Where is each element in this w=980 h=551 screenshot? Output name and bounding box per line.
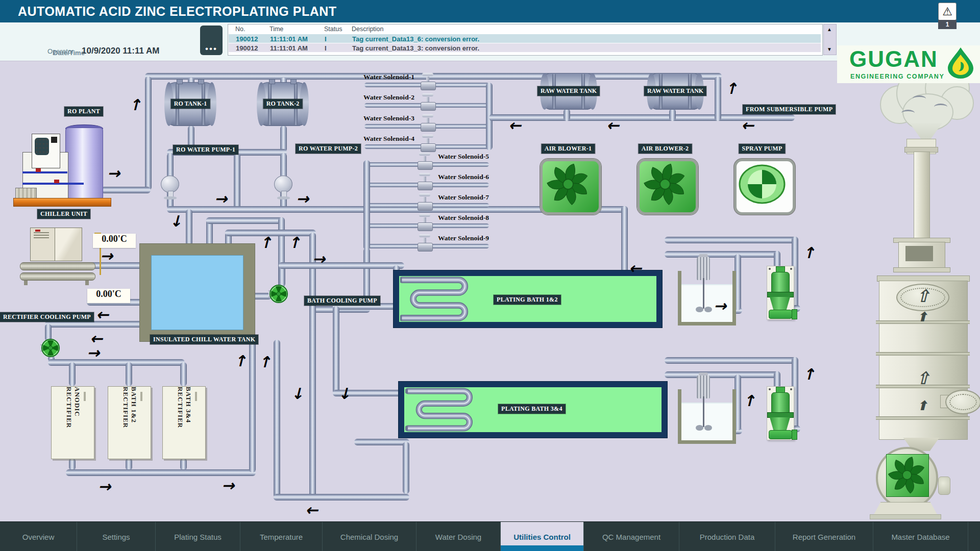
solenoid-label: Water Solenoid-4: [363, 135, 414, 143]
raw-water-tank-1: RAW WATER TANK: [541, 73, 596, 110]
flow-arrow-up-icon: [802, 367, 815, 382]
company-logo: GUGAN ENGINEERING COMPANY: [837, 45, 980, 83]
logo-text: GUGAN: [849, 46, 938, 72]
ro-water-pump-2-icon[interactable]: [274, 176, 293, 199]
equipment-label: BATH 3&4 RECTIFIER: [163, 387, 205, 459]
flow-arrow-left-icon: [629, 261, 642, 276]
rectifier-cooling-pump-icon[interactable]: [40, 338, 61, 360]
tab-production-data[interactable]: Production Data: [679, 522, 775, 551]
menu-ellipsis-button[interactable]: •••: [200, 26, 223, 55]
submersible-pump-2-icon[interactable]: [767, 386, 794, 440]
solenoid-valve-icon[interactable]: [418, 213, 433, 231]
col-description: Description: [352, 26, 384, 33]
fan-motor: [938, 477, 950, 495]
solenoid-label: Water Solenoid-5: [438, 153, 489, 161]
hmi-screen: AUTOMATIC ACID ZINC ELECTROPLATING PLANT…: [0, 0, 980, 551]
submersible-pump-1-icon[interactable]: [767, 266, 794, 320]
page-title: AUTOMATIC ACID ZINC ELECTROPLATING PLANT: [18, 4, 337, 19]
solenoid-valve-icon[interactable]: [421, 134, 436, 152]
spray-pump-icon[interactable]: [734, 159, 795, 215]
tab-master-database[interactable]: Master Database: [873, 522, 968, 551]
logo-subtitle: ENGINEERING COMPANY: [850, 73, 944, 80]
solenoid-label: Water Solenoid-2: [363, 93, 414, 102]
equipment-label: BATH COOLING PUMP: [304, 296, 380, 306]
flow-arrow-down-icon: [169, 214, 182, 229]
tank-liquid: [681, 403, 732, 440]
alarm-row[interactable]: 190012 11:11:01 AM I Tag current_Data13_…: [229, 34, 821, 43]
datetime-label: Date/Time: [53, 49, 85, 57]
tab-water-dosing[interactable]: Water Dosing: [416, 522, 501, 551]
scrubber-fan-icon[interactable]: [886, 454, 929, 497]
equipment-label: RAW WATER TANK: [644, 86, 706, 96]
flow-arrow-up-icon: [129, 97, 141, 113]
alarm-warning-icon[interactable]: ⚠: [938, 3, 957, 20]
flow-arrow-left-icon: [508, 118, 521, 133]
equipment-label: AIR BLOWER-2: [639, 144, 692, 154]
equipment-label: RO WATER PUMP-1: [173, 145, 238, 155]
tab-utilities-control[interactable]: Utilities Control: [501, 522, 584, 551]
flow-arrow-up-icon: [916, 369, 930, 387]
scroll-down-icon[interactable]: ▼: [824, 45, 835, 54]
solenoid-valve-icon[interactable]: [418, 152, 433, 170]
equipment-label: RAW WATER TANK: [537, 86, 600, 96]
smoke-wisp-icon: [913, 95, 926, 102]
bath-cooling-pump-icon[interactable]: [268, 284, 289, 306]
pipe: [715, 77, 721, 121]
solenoid-valve-icon[interactable]: [418, 233, 433, 252]
tab-chemical-dosing[interactable]: Chemical Dosing: [323, 522, 416, 551]
smoke-wisp-icon: [934, 104, 947, 110]
col-status: Status: [324, 26, 342, 33]
flow-arrow-up-icon: [234, 354, 247, 369]
solenoid-label: Water Solenoid-7: [438, 193, 489, 202]
equipment-label: ANODIC RECTIFIER: [52, 387, 94, 459]
pipe: [279, 262, 404, 269]
tab-qc-management[interactable]: QC Management: [584, 522, 679, 551]
flow-arrow-right-icon: [107, 166, 120, 181]
air-blower-2-fan-icon[interactable]: [637, 159, 698, 215]
solenoid-valve-icon[interactable]: [421, 72, 436, 90]
pipe: [621, 206, 628, 273]
tab-temperature[interactable]: Temperature: [240, 522, 323, 551]
pedestal-base: [870, 514, 941, 519]
solenoid-valve-icon[interactable]: [421, 92, 436, 111]
pipe: [333, 306, 339, 394]
alarm-table-header: No. Time Status Description: [228, 24, 822, 34]
alarm-no: 190012: [236, 44, 258, 52]
flow-arrow-left-icon: [606, 118, 619, 133]
scroll-up-icon[interactable]: ▲: [824, 26, 835, 34]
equipment-label: RO TANK-2: [263, 99, 303, 109]
tab-plating-status[interactable]: Plating Status: [156, 522, 240, 551]
agitator-tank-1: [678, 271, 736, 325]
flow-arrow-up-icon: [258, 355, 271, 370]
tab-report-generation[interactable]: Report Generation: [775, 522, 873, 551]
ro-tank-1: RO TANK-1: [165, 82, 215, 126]
tab-overview[interactable]: Overview: [0, 522, 77, 551]
solenoid-valve-icon[interactable]: [421, 113, 436, 132]
pipe: [274, 340, 280, 500]
alarm-row[interactable]: 190012 11:11:01 AM I Tag current_Data13_…: [229, 43, 821, 52]
air-blower-1-fan-icon[interactable]: [540, 159, 601, 215]
ro-water-pump-1-icon[interactable]: [161, 176, 180, 199]
equipment-label: SPRAY PUMP: [739, 144, 785, 154]
side-inlet-flange: [945, 390, 980, 414]
agitator-motor-icon[interactable]: [697, 257, 710, 280]
tab-settings[interactable]: Settings: [77, 522, 156, 551]
bottom-nav: Overview Settings Plating Status Tempera…: [0, 521, 980, 551]
pipe: [665, 371, 780, 378]
solenoid-label: Water Solenoid-6: [438, 173, 489, 181]
alarm-time: 11:11:01 AM: [270, 44, 308, 52]
flow-arrow-left-icon: [305, 503, 318, 518]
solenoid-valve-icon[interactable]: [418, 172, 433, 190]
drum-flange: [893, 267, 950, 272]
flow-arrow-left-icon: [96, 307, 109, 322]
agitator-motor-icon[interactable]: [697, 375, 710, 398]
pipe: [354, 439, 409, 445]
pipe: [363, 160, 370, 250]
alarm-time: 11:11:01 AM: [270, 35, 308, 43]
pipe: [249, 340, 256, 472]
flow-arrow-up-icon: [917, 310, 928, 323]
pipe: [206, 217, 285, 224]
flow-arrow-left-icon: [741, 118, 754, 133]
solenoid-valve-icon[interactable]: [418, 192, 433, 211]
pipe: [234, 153, 240, 209]
